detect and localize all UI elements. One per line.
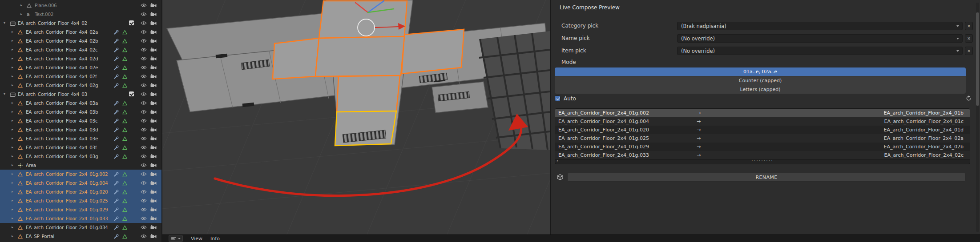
collection-exclude-checkbox[interactable]	[129, 20, 134, 25]
outliner-row[interactable]: a EA_arch_Corridor_Floor_2x4_01g.002	[0, 170, 161, 179]
editor-type-button[interactable]	[169, 235, 183, 242]
disable-render-camera-icon[interactable]	[150, 198, 157, 203]
hide-viewport-eye-icon[interactable]	[141, 225, 147, 230]
hide-viewport-eye-icon[interactable]	[141, 163, 147, 167]
hide-viewport-eye-icon[interactable]	[141, 83, 147, 87]
disclosure-triangle-icon[interactable]	[12, 187, 18, 196]
collection-exclude-checkbox[interactable]	[129, 91, 134, 96]
disclosure-triangle-icon[interactable]	[12, 125, 18, 134]
disable-render-camera-icon[interactable]	[150, 190, 157, 194]
disable-render-camera-icon[interactable]	[150, 30, 157, 34]
hide-viewport-eye-icon[interactable]	[141, 101, 147, 105]
hide-viewport-eye-icon[interactable]	[141, 65, 147, 70]
disable-render-camera-icon[interactable]	[150, 21, 157, 25]
picker-dropdown[interactable]: (Brak nadpisania)	[677, 22, 963, 30]
disable-render-camera-icon[interactable]	[150, 119, 157, 123]
hide-viewport-eye-icon[interactable]	[141, 198, 147, 203]
outliner-row[interactable]: a EA_arch_Corridor_Floor_2x4_01g.034	[0, 223, 161, 232]
clear-button[interactable]: ×	[965, 34, 973, 43]
hide-viewport-eye-icon[interactable]	[141, 234, 147, 238]
disable-render-camera-icon[interactable]	[150, 12, 157, 16]
outliner-row[interactable]: a Text.002	[0, 10, 161, 19]
hide-viewport-eye-icon[interactable]	[141, 216, 147, 221]
hide-viewport-eye-icon[interactable]	[141, 127, 147, 132]
outliner-row[interactable]: a EA_arch_Corridor_Floor_4x4_03f	[0, 143, 161, 152]
rename-row[interactable]: EA_arch_Corridor_Floor_2x4_01g.004 → EA_…	[555, 117, 970, 126]
disable-render-camera-icon[interactable]	[150, 225, 157, 230]
disable-render-camera-icon[interactable]	[150, 48, 157, 52]
mode-option-button[interactable]: 01a..e, 02a..e	[555, 67, 966, 76]
outliner-row[interactable]: a EA_arch_Corridor_Floor_4x4_03c	[0, 116, 161, 125]
disclosure-triangle-icon[interactable]	[4, 19, 10, 28]
disable-render-camera-icon[interactable]	[150, 92, 157, 96]
rename-row[interactable]: EA_arch_Corridor_Floor_2x4_01g.029 → EA_…	[555, 143, 970, 151]
disclosure-triangle-icon[interactable]	[12, 36, 18, 45]
disclosure-triangle-icon[interactable]	[12, 223, 18, 232]
disclosure-triangle-icon[interactable]	[12, 45, 18, 54]
disable-render-camera-icon[interactable]	[150, 74, 157, 79]
hide-viewport-eye-icon[interactable]	[141, 3, 147, 8]
disable-render-camera-icon[interactable]	[150, 234, 157, 238]
disclosure-triangle-icon[interactable]	[12, 179, 18, 187]
disclosure-triangle-icon[interactable]	[12, 143, 18, 152]
hide-viewport-eye-icon[interactable]	[141, 110, 147, 114]
disable-render-camera-icon[interactable]	[150, 127, 157, 132]
hide-viewport-eye-icon[interactable]	[141, 21, 147, 25]
disclosure-triangle-icon[interactable]	[12, 107, 18, 116]
outliner-row[interactable]: a EA_arch_Corridor_Floor_4x4_03e	[0, 134, 161, 143]
scrollbar-thumb[interactable]	[976, 12, 979, 106]
disclosure-triangle-icon[interactable]	[4, 90, 10, 99]
clear-button[interactable]: ×	[965, 22, 973, 30]
disable-render-camera-icon[interactable]	[150, 101, 157, 105]
rename-row[interactable]: EA_arch_Corridor_Floor_2x4_01g.002 → EA_…	[555, 109, 970, 117]
disclosure-triangle-icon[interactable]	[12, 28, 18, 36]
rename-button[interactable]: RENAME	[567, 173, 966, 182]
outliner-row[interactable]: a EA_arch_Corridor_Floor_2x4_01g.033	[0, 214, 161, 223]
outliner-row[interactable]: a EA_arch_Corridor_Floor_4x4_02c	[0, 45, 161, 54]
hide-viewport-eye-icon[interactable]	[141, 56, 147, 61]
outliner-row[interactable]: a EA_arch_Corridor_Floor_4x4_02f	[0, 72, 161, 81]
disclosure-triangle-icon[interactable]	[12, 170, 18, 179]
disable-render-camera-icon[interactable]	[150, 136, 157, 141]
disable-render-camera-icon[interactable]	[150, 83, 157, 87]
disable-render-camera-icon[interactable]	[150, 110, 157, 114]
rename-row[interactable]: EA_arch_Corridor_Floor_2x4_01g.025 → EA_…	[555, 134, 970, 143]
disable-render-camera-icon[interactable]	[150, 172, 157, 176]
list-resize-grip[interactable]	[555, 159, 970, 164]
operator-options-button[interactable]	[555, 173, 565, 182]
disclosure-triangle-icon[interactable]	[20, 10, 27, 19]
outliner-row[interactable]: a EA_arch_Corridor_Floor_2x4_01g.029	[0, 205, 161, 214]
outliner-row[interactable]: a EA_arch_Corridor_Floor_2x4_01g.025	[0, 196, 161, 205]
hide-viewport-eye-icon[interactable]	[141, 12, 147, 16]
hide-viewport-eye-icon[interactable]	[141, 39, 147, 43]
hide-viewport-eye-icon[interactable]	[141, 30, 147, 34]
outliner-row[interactable]: a EA_arch_Corridor_Floor_2x4_01g.020	[0, 187, 161, 196]
disclosure-triangle-icon[interactable]	[12, 161, 18, 170]
outliner-row[interactable]: a Plane.006	[0, 1, 161, 10]
outliner-row[interactable]: a EA_arch_Corridor_Floor_4x4_02	[0, 19, 161, 28]
hide-viewport-eye-icon[interactable]	[141, 74, 147, 79]
disclosure-triangle-icon[interactable]	[12, 99, 18, 107]
disclosure-triangle-icon[interactable]	[12, 152, 18, 161]
disclosure-triangle-icon[interactable]	[12, 134, 18, 143]
panel-scrollbar[interactable]	[976, 3, 979, 232]
outliner-row[interactable]: a Area	[0, 161, 161, 170]
disclosure-triangle-icon[interactable]	[20, 1, 27, 10]
refresh-button[interactable]	[964, 95, 973, 102]
disclosure-triangle-icon[interactable]	[12, 205, 18, 214]
outliner-row[interactable]: a EA_arch_Corridor_Floor_2x4_01g.004	[0, 179, 161, 187]
disable-render-camera-icon[interactable]	[150, 3, 157, 8]
outliner-row[interactable]: a EA_arch_Corridor_Floor_4x4_02a	[0, 28, 161, 36]
disable-render-camera-icon[interactable]	[150, 216, 157, 221]
disclosure-triangle-icon[interactable]	[12, 72, 18, 81]
mode-option-button[interactable]: Letters (capped)	[555, 85, 966, 94]
disable-render-camera-icon[interactable]	[150, 145, 157, 150]
menu-view[interactable]: View	[191, 236, 202, 242]
outliner-row[interactable]: a EA_arch_Corridor_Floor_4x4_03g	[0, 152, 161, 161]
outliner-row[interactable]: a EA_arch_Corridor_Floor_4x4_03	[0, 90, 161, 99]
hide-viewport-eye-icon[interactable]	[141, 145, 147, 150]
auto-checkbox[interactable]	[555, 95, 561, 101]
disable-render-camera-icon[interactable]	[150, 39, 157, 43]
hide-viewport-eye-icon[interactable]	[141, 181, 147, 185]
outliner-row[interactable]: a EA_arch_Corridor_Floor_4x4_03b	[0, 107, 161, 116]
